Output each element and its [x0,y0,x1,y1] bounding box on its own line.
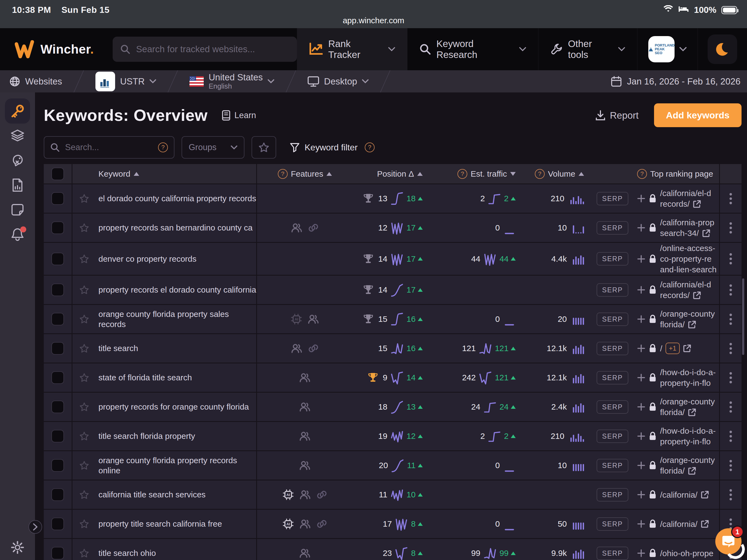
row-checkbox[interactable] [51,547,64,559]
report-button[interactable]: Report [595,110,639,121]
external-link-icon[interactable] [701,490,709,499]
external-link-icon[interactable] [701,520,709,528]
sidebar-item-groups[interactable] [5,124,30,148]
row-checkbox[interactable] [51,488,64,501]
row-menu-kebab[interactable] [729,253,732,264]
favorite-star[interactable] [73,510,96,538]
date-range-picker[interactable]: Jan 16, 2026 - Feb 16, 2026 [611,76,747,87]
top-page-help-icon[interactable]: ? [637,169,647,179]
scrollbar-thumb[interactable] [742,278,744,355]
serp-button[interactable]: SERP [597,283,628,297]
row-menu-kebab[interactable] [729,489,732,501]
serp-button[interactable]: SERP [597,430,628,443]
row-checkbox[interactable] [51,313,64,325]
sidebar-item-reports[interactable] [5,173,30,198]
serp-button[interactable]: SERP [597,400,628,414]
keyword-text[interactable]: california title search services [98,489,206,500]
favorite-star[interactable] [73,393,96,421]
row-checkbox[interactable] [51,401,64,413]
top-page-url[interactable]: /california/ [660,519,697,529]
serp-button[interactable]: SERP [597,192,628,205]
search-help-icon[interactable]: ? [158,143,168,152]
favorite-star[interactable] [73,480,96,509]
row-menu-kebab[interactable] [729,401,732,413]
row-checkbox[interactable] [51,371,64,384]
favorite-star[interactable] [73,334,96,362]
row-menu-kebab[interactable] [729,460,732,471]
keyword-text[interactable]: property records el dorado county califo… [98,285,256,295]
row-menu-kebab[interactable] [729,193,732,204]
breadcrumb-device[interactable]: Desktop [298,70,378,93]
more-pages-badge[interactable]: +1 [666,342,679,354]
serp-button[interactable]: SERP [597,517,628,531]
keyword-filter-help-icon[interactable]: ? [365,143,375,152]
keyword-text[interactable]: title search florida property [98,431,195,441]
serp-button[interactable]: SERP [597,371,628,384]
breadcrumb-websites[interactable]: Websites [0,70,71,93]
top-page-url[interactable]: /how-do-i-do-a- [660,426,716,436]
sidebar-item-notifications[interactable] [5,222,30,247]
column-header-est-traffic[interactable]: ?Est. traffic [427,164,519,183]
keyword-text[interactable]: title search ohio [98,548,156,558]
keyword-text[interactable]: el dorado county california property rec… [98,193,256,204]
keyword-search-input[interactable]: Search... ? [44,136,175,159]
keyword-text[interactable]: property title search california free [98,519,222,529]
dark-mode-toggle[interactable] [707,34,737,64]
top-page-url[interactable]: records/ [660,290,690,301]
breadcrumb-site[interactable]: USTR [86,70,165,93]
external-link-icon[interactable] [683,344,691,353]
favorite-star[interactable] [73,276,96,304]
serp-button[interactable]: SERP [597,546,628,560]
column-header-volume[interactable]: ?Volume [519,164,588,183]
groups-dropdown[interactable]: Groups [182,136,244,159]
favorite-star[interactable] [73,243,96,275]
keyword-text[interactable]: title search [98,343,138,354]
learn-link[interactable]: Learn [222,110,256,121]
top-page-url[interactable]: /california/ [660,489,697,500]
top-page-url[interactable]: records/ [660,199,690,209]
row-checkbox[interactable] [51,192,64,205]
top-page-url[interactable]: /california-prop [660,217,714,228]
keyword-filter-button[interactable]: Keyword filter [290,143,358,153]
row-menu-kebab[interactable] [729,431,732,442]
external-link-icon[interactable] [688,467,696,475]
favorite-star[interactable] [73,363,96,392]
features-help-icon[interactable]: ? [278,169,288,179]
external-link-icon[interactable] [693,291,701,299]
starred-filter-button[interactable] [252,136,276,159]
row-checkbox[interactable] [51,253,64,265]
column-header-position[interactable]: Position Δ [353,164,427,183]
top-page-url[interactable]: /online-access- [660,243,715,253]
favorite-star[interactable] [73,184,96,213]
top-page-url[interactable]: florida/ [660,319,685,330]
serp-button[interactable]: SERP [597,488,628,502]
top-page-url[interactable]: /orange-county [660,308,715,319]
keyword-text[interactable]: denver co property records [98,254,197,264]
top-page-url[interactable]: /orange-county [660,455,715,465]
row-menu-kebab[interactable] [729,314,732,325]
favorite-star[interactable] [73,451,96,480]
row-checkbox[interactable] [51,222,64,234]
favorite-star[interactable] [73,305,96,333]
keyword-text[interactable]: property records for orange county flori… [98,402,249,412]
serp-button[interactable]: SERP [597,252,628,265]
nav-rank-tracker[interactable]: Rank Tracker [297,28,407,70]
row-menu-kebab[interactable] [729,518,732,530]
row-menu-kebab[interactable] [729,343,732,354]
breadcrumb-locale[interactable]: United States English [180,70,284,93]
top-page-url[interactable]: /orange-county [660,396,715,407]
tracked-websites-search[interactable]: Search for tracked websites... [113,36,297,62]
top-page-url[interactable]: and-lien-search [660,264,717,275]
serp-button[interactable]: SERP [597,342,628,355]
top-page-url[interactable]: /california/el-d [660,279,711,290]
favorite-star[interactable] [73,422,96,450]
row-checkbox[interactable] [51,459,64,472]
top-page-url[interactable]: property-in-flo [660,436,711,447]
keyword-text[interactable]: state of florida title search [98,373,192,383]
serp-button[interactable]: SERP [597,312,628,326]
account-menu[interactable]: PORTLAND PEAK SEO [637,28,697,70]
top-page-url[interactable]: / [660,343,662,354]
favorite-star[interactable] [73,539,96,560]
sidebar-item-competitors[interactable] [5,148,30,173]
serp-button[interactable]: SERP [597,221,628,235]
